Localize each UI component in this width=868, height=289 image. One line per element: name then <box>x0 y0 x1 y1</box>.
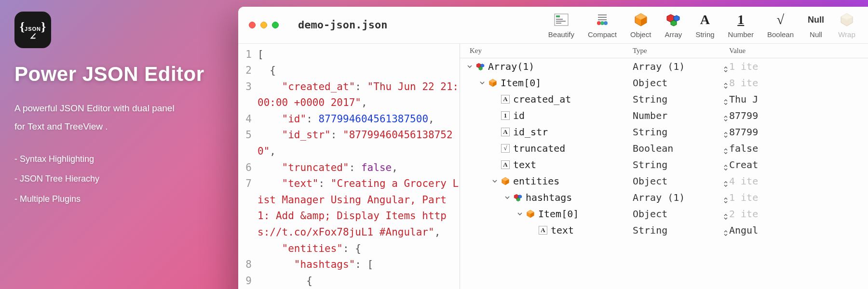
disclosure-icon[interactable] <box>504 195 510 200</box>
A-icon: A <box>501 94 510 104</box>
tree-type-cell[interactable]: Object <box>633 77 729 89</box>
tree-row[interactable]: Item[0]Object2 ite <box>460 206 868 222</box>
type-selector-icon[interactable] <box>723 113 729 118</box>
tree-value-cell[interactable]: Thu J <box>729 93 868 105</box>
type-selector-icon[interactable] <box>723 64 729 69</box>
tree-type-text: Object <box>633 208 720 220</box>
tree-key-cell[interactable]: 1id <box>464 110 633 121</box>
tree-type-cell[interactable]: String <box>633 126 729 138</box>
tree-type-cell[interactable]: String <box>633 93 729 105</box>
tree-value-cell[interactable]: Creat <box>729 159 868 171</box>
tree-type-cell[interactable]: Boolean <box>633 143 729 154</box>
tree-header-key[interactable]: Key <box>470 47 633 55</box>
tree-key-cell[interactable]: hashtags <box>464 192 633 203</box>
tree-type-cell[interactable]: String <box>633 159 729 171</box>
tree-value-cell[interactable]: 2 ite <box>729 208 868 220</box>
type-selector-icon[interactable] <box>723 211 729 217</box>
tree-row[interactable]: entitiesObject4 ite <box>460 173 868 189</box>
tree-header-type[interactable]: Type <box>633 47 729 55</box>
tree-key-cell[interactable]: Array(1) <box>464 61 633 72</box>
tree-row[interactable]: √truncatedBooleanfalse <box>460 140 868 157</box>
svg-marker-18 <box>479 66 482 70</box>
tree-key-cell[interactable]: Item[0] <box>464 77 633 89</box>
tree-type-cell[interactable]: Object <box>633 208 729 220</box>
object-button[interactable]: Object <box>630 11 651 39</box>
tree-key-text: id_str <box>513 126 548 138</box>
wrap-icon <box>838 11 855 28</box>
disclosure-icon[interactable] <box>517 211 523 217</box>
tree-type-cell[interactable]: Array (1) <box>633 61 729 72</box>
app-icon: {JSON} ∠ <box>14 12 51 48</box>
tree-row[interactable]: Item[0]Object8 ite <box>460 75 868 91</box>
tree-key-cell[interactable]: Aid_str <box>464 126 633 138</box>
tree-body[interactable]: Array(1)Array (1)1 iteItem[0]Object8 ite… <box>460 58 868 289</box>
minimize-button[interactable] <box>260 22 267 28</box>
tree-key-text: id <box>513 110 525 121</box>
svg-rect-2 <box>556 19 563 20</box>
tree-value-cell[interactable]: false <box>729 143 868 154</box>
object-label: Object <box>630 30 651 39</box>
type-selector-icon[interactable] <box>723 178 729 184</box>
boolean-button[interactable]: √ Boolean <box>767 11 794 39</box>
close-button[interactable] <box>249 22 256 28</box>
code-pane[interactable]: 1 2 3 4 5 6 7 8 9 10 [ { "created_at": "… <box>238 44 460 289</box>
object-icon <box>526 209 535 219</box>
tree-type-cell[interactable]: Array (1) <box>633 192 729 203</box>
tree-row[interactable]: Aid_strString87799 <box>460 124 868 140</box>
tree-key-cell[interactable]: entities <box>464 175 633 187</box>
tree-type-text: Array (1) <box>633 192 720 203</box>
tree-key-cell[interactable]: Atext <box>464 224 633 236</box>
svg-marker-27 <box>516 197 520 201</box>
maximize-button[interactable] <box>272 22 279 28</box>
array-button[interactable]: Array <box>665 11 682 39</box>
tree-key-cell[interactable]: √truncated <box>464 143 633 154</box>
tree-key-text: Array(1) <box>488 61 534 72</box>
number-icon: 1 <box>732 11 749 28</box>
type-selector-icon[interactable] <box>723 129 729 135</box>
tree-value-cell[interactable]: 87799 <box>729 110 868 121</box>
tree-key-text: text <box>551 224 574 236</box>
tree-row[interactable]: Acreated_atStringThu J <box>460 91 868 107</box>
disclosure-icon[interactable] <box>492 178 498 184</box>
tree-type-cell[interactable]: Number <box>633 110 729 121</box>
tree-key-cell[interactable]: Acreated_at <box>464 93 633 105</box>
tree-row[interactable]: AtextStringCreat <box>460 157 868 173</box>
wrap-button[interactable]: Wrap <box>838 11 855 39</box>
tree-row[interactable]: hashtagsArray (1)1 ite <box>460 189 868 206</box>
A-icon: A <box>501 127 510 137</box>
type-selector-icon[interactable] <box>723 162 729 168</box>
tree-value-cell[interactable]: 4 ite <box>729 175 868 187</box>
string-button[interactable]: A String <box>695 11 714 39</box>
app-window: demo-json.json Beautify Compact Object <box>238 7 868 289</box>
tree-key-cell[interactable]: Atext <box>464 159 633 171</box>
disclosure-icon[interactable] <box>479 80 485 86</box>
number-button[interactable]: 1 Number <box>728 11 754 39</box>
type-selector-icon[interactable] <box>723 195 729 200</box>
type-selector-icon[interactable] <box>723 96 729 102</box>
null-button[interactable]: Null Null <box>807 11 825 39</box>
tree-row[interactable]: Array(1)Array (1)1 ite <box>460 58 868 75</box>
tree-value-cell[interactable]: 87799 <box>729 126 868 138</box>
tree-row[interactable]: 1idNumber87799 <box>460 107 868 124</box>
tree-value-cell[interactable]: 1 ite <box>729 192 868 203</box>
tree-type-text: String <box>633 126 720 138</box>
tree-header-value[interactable]: Value <box>729 47 868 55</box>
disclosure-icon[interactable] <box>467 64 473 69</box>
svg-point-7 <box>604 21 608 25</box>
tree-value-cell[interactable]: 8 ite <box>729 77 868 89</box>
tree-key-cell[interactable]: Item[0] <box>464 208 633 220</box>
code-text[interactable]: [ { "created_at": "Thu Jun 22 21:00:00 +… <box>256 47 460 289</box>
type-selector-icon[interactable] <box>723 145 729 151</box>
tree-type-cell[interactable]: String <box>633 224 729 236</box>
type-selector-icon[interactable] <box>723 80 729 86</box>
beautify-button[interactable]: Beautify <box>548 11 574 39</box>
tree-type-cell[interactable]: Object <box>633 175 729 187</box>
tree-value-cell[interactable]: 1 ite <box>729 61 868 72</box>
promo-subtitle-line2: for Text and TreeView . <box>14 118 222 136</box>
compact-button[interactable]: Compact <box>588 11 617 39</box>
type-selector-icon[interactable] <box>723 227 729 233</box>
tree-value-cell[interactable]: Angul <box>729 224 868 236</box>
disclosure-icon <box>492 113 498 118</box>
svg-marker-26 <box>518 195 522 198</box>
tree-row[interactable]: AtextStringAngul <box>460 222 868 238</box>
